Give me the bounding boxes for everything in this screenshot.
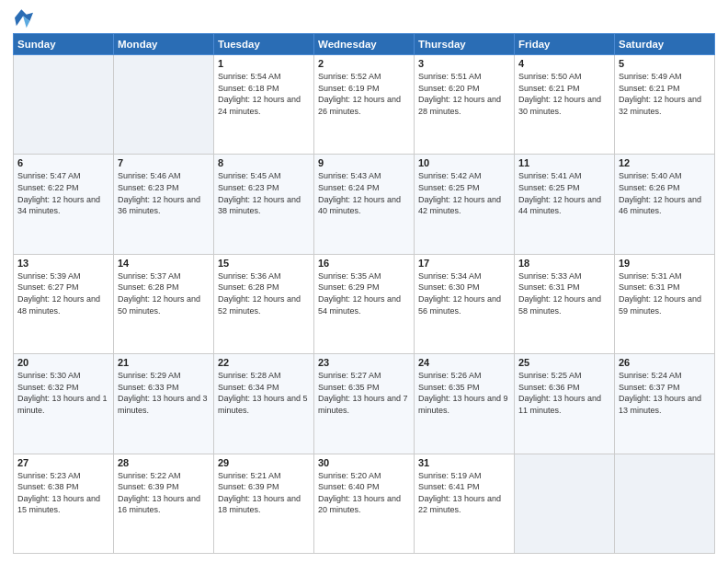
table-row: 15Sunrise: 5:36 AM Sunset: 6:28 PM Dayli… xyxy=(214,254,314,353)
calendar-header-row: Sunday Monday Tuesday Wednesday Thursday… xyxy=(14,34,715,55)
day-info: Sunrise: 5:19 AM Sunset: 6:41 PM Dayligh… xyxy=(418,470,510,516)
day-info: Sunrise: 5:42 AM Sunset: 6:25 PM Dayligh… xyxy=(418,170,510,216)
table-row: 21Sunrise: 5:29 AM Sunset: 6:33 PM Dayli… xyxy=(114,354,214,454)
table-row xyxy=(14,55,114,155)
day-number: 21 xyxy=(118,357,210,368)
day-number: 4 xyxy=(518,58,610,69)
day-info: Sunrise: 5:20 AM Sunset: 6:40 PM Dayligh… xyxy=(318,470,410,516)
table-row: 31Sunrise: 5:19 AM Sunset: 6:41 PM Dayli… xyxy=(415,454,515,553)
day-number: 6 xyxy=(17,157,109,168)
day-number: 28 xyxy=(118,457,210,468)
day-info: Sunrise: 5:37 AM Sunset: 6:28 PM Dayligh… xyxy=(118,270,210,316)
day-info: Sunrise: 5:31 AM Sunset: 6:31 PM Dayligh… xyxy=(619,270,711,316)
table-row: 22Sunrise: 5:28 AM Sunset: 6:34 PM Dayli… xyxy=(214,354,314,454)
calendar-week-row: 13Sunrise: 5:39 AM Sunset: 6:27 PM Dayli… xyxy=(14,254,715,353)
day-number: 16 xyxy=(318,258,410,269)
col-sunday: Sunday xyxy=(14,34,114,55)
table-row: 26Sunrise: 5:24 AM Sunset: 6:37 PM Dayli… xyxy=(615,354,715,454)
table-row: 29Sunrise: 5:21 AM Sunset: 6:39 PM Dayli… xyxy=(214,454,314,553)
day-info: Sunrise: 5:49 AM Sunset: 6:21 PM Dayligh… xyxy=(619,71,711,117)
calendar-week-row: 6Sunrise: 5:47 AM Sunset: 6:22 PM Daylig… xyxy=(14,155,715,254)
table-row: 4Sunrise: 5:50 AM Sunset: 6:21 PM Daylig… xyxy=(515,55,615,155)
table-row: 17Sunrise: 5:34 AM Sunset: 6:30 PM Dayli… xyxy=(415,254,515,353)
logo xyxy=(13,9,33,28)
table-row: 1Sunrise: 5:54 AM Sunset: 6:18 PM Daylig… xyxy=(214,55,314,155)
day-info: Sunrise: 5:27 AM Sunset: 6:35 PM Dayligh… xyxy=(318,370,410,416)
table-row: 27Sunrise: 5:23 AM Sunset: 6:38 PM Dayli… xyxy=(14,454,114,553)
day-info: Sunrise: 5:25 AM Sunset: 6:36 PM Dayligh… xyxy=(518,370,610,416)
day-number: 17 xyxy=(418,258,510,269)
day-info: Sunrise: 5:43 AM Sunset: 6:24 PM Dayligh… xyxy=(318,170,410,216)
table-row: 24Sunrise: 5:26 AM Sunset: 6:35 PM Dayli… xyxy=(415,354,515,454)
table-row xyxy=(515,454,615,553)
day-info: Sunrise: 5:30 AM Sunset: 6:32 PM Dayligh… xyxy=(17,370,109,416)
day-number: 7 xyxy=(118,157,210,168)
day-number: 31 xyxy=(418,457,510,468)
day-info: Sunrise: 5:40 AM Sunset: 6:26 PM Dayligh… xyxy=(619,170,711,216)
day-info: Sunrise: 5:28 AM Sunset: 6:34 PM Dayligh… xyxy=(218,370,310,416)
day-info: Sunrise: 5:39 AM Sunset: 6:27 PM Dayligh… xyxy=(17,270,109,316)
table-row: 18Sunrise: 5:33 AM Sunset: 6:31 PM Dayli… xyxy=(515,254,615,353)
day-info: Sunrise: 5:33 AM Sunset: 6:31 PM Dayligh… xyxy=(518,270,610,316)
day-info: Sunrise: 5:51 AM Sunset: 6:20 PM Dayligh… xyxy=(418,71,510,117)
table-row: 7Sunrise: 5:46 AM Sunset: 6:23 PM Daylig… xyxy=(114,155,214,254)
day-number: 5 xyxy=(619,58,711,69)
table-row: 28Sunrise: 5:22 AM Sunset: 6:39 PM Dayli… xyxy=(114,454,214,553)
day-info: Sunrise: 5:46 AM Sunset: 6:23 PM Dayligh… xyxy=(118,170,210,216)
header xyxy=(13,9,715,28)
table-row xyxy=(114,55,214,155)
table-row: 10Sunrise: 5:42 AM Sunset: 6:25 PM Dayli… xyxy=(415,155,515,254)
day-number: 30 xyxy=(318,457,410,468)
day-number: 12 xyxy=(619,157,711,168)
day-number: 2 xyxy=(318,58,410,69)
day-number: 22 xyxy=(218,357,310,368)
table-row: 2Sunrise: 5:52 AM Sunset: 6:19 PM Daylig… xyxy=(314,55,415,155)
day-number: 25 xyxy=(518,357,610,368)
day-number: 29 xyxy=(218,457,310,468)
table-row: 3Sunrise: 5:51 AM Sunset: 6:20 PM Daylig… xyxy=(415,55,515,155)
col-tuesday: Tuesday xyxy=(214,34,314,55)
day-info: Sunrise: 5:34 AM Sunset: 6:30 PM Dayligh… xyxy=(418,270,510,316)
table-row: 6Sunrise: 5:47 AM Sunset: 6:22 PM Daylig… xyxy=(14,155,114,254)
table-row xyxy=(615,454,715,553)
day-info: Sunrise: 5:45 AM Sunset: 6:23 PM Dayligh… xyxy=(218,170,310,216)
day-number: 9 xyxy=(318,157,410,168)
day-info: Sunrise: 5:47 AM Sunset: 6:22 PM Dayligh… xyxy=(17,170,109,216)
day-info: Sunrise: 5:21 AM Sunset: 6:39 PM Dayligh… xyxy=(218,470,310,516)
day-info: Sunrise: 5:26 AM Sunset: 6:35 PM Dayligh… xyxy=(418,370,510,416)
day-info: Sunrise: 5:52 AM Sunset: 6:19 PM Dayligh… xyxy=(318,71,410,117)
table-row: 19Sunrise: 5:31 AM Sunset: 6:31 PM Dayli… xyxy=(615,254,715,353)
day-info: Sunrise: 5:36 AM Sunset: 6:28 PM Dayligh… xyxy=(218,270,310,316)
table-row: 9Sunrise: 5:43 AM Sunset: 6:24 PM Daylig… xyxy=(314,155,415,254)
day-info: Sunrise: 5:24 AM Sunset: 6:37 PM Dayligh… xyxy=(619,370,711,416)
day-info: Sunrise: 5:54 AM Sunset: 6:18 PM Dayligh… xyxy=(218,71,310,117)
table-row: 11Sunrise: 5:41 AM Sunset: 6:25 PM Dayli… xyxy=(515,155,615,254)
col-wednesday: Wednesday xyxy=(314,34,415,55)
day-number: 26 xyxy=(619,357,711,368)
col-thursday: Thursday xyxy=(415,34,515,55)
day-number: 24 xyxy=(418,357,510,368)
calendar-week-row: 27Sunrise: 5:23 AM Sunset: 6:38 PM Dayli… xyxy=(14,454,715,553)
calendar-week-row: 20Sunrise: 5:30 AM Sunset: 6:32 PM Dayli… xyxy=(14,354,715,454)
day-number: 10 xyxy=(418,157,510,168)
table-row: 13Sunrise: 5:39 AM Sunset: 6:27 PM Dayli… xyxy=(14,254,114,353)
col-friday: Friday xyxy=(515,34,615,55)
table-row: 23Sunrise: 5:27 AM Sunset: 6:35 PM Dayli… xyxy=(314,354,415,454)
day-info: Sunrise: 5:29 AM Sunset: 6:33 PM Dayligh… xyxy=(118,370,210,416)
day-info: Sunrise: 5:35 AM Sunset: 6:29 PM Dayligh… xyxy=(318,270,410,316)
day-number: 18 xyxy=(518,258,610,269)
page: Sunday Monday Tuesday Wednesday Thursday… xyxy=(0,0,728,563)
calendar-week-row: 1Sunrise: 5:54 AM Sunset: 6:18 PM Daylig… xyxy=(14,55,715,155)
day-info: Sunrise: 5:22 AM Sunset: 6:39 PM Dayligh… xyxy=(118,470,210,516)
col-monday: Monday xyxy=(114,34,214,55)
day-number: 8 xyxy=(218,157,310,168)
day-info: Sunrise: 5:41 AM Sunset: 6:25 PM Dayligh… xyxy=(518,170,610,216)
day-number: 19 xyxy=(619,258,711,269)
col-saturday: Saturday xyxy=(615,34,715,55)
day-info: Sunrise: 5:23 AM Sunset: 6:38 PM Dayligh… xyxy=(17,470,109,516)
day-number: 27 xyxy=(17,457,109,468)
day-number: 23 xyxy=(318,357,410,368)
day-number: 1 xyxy=(218,58,310,69)
table-row: 5Sunrise: 5:49 AM Sunset: 6:21 PM Daylig… xyxy=(615,55,715,155)
day-number: 15 xyxy=(218,258,310,269)
